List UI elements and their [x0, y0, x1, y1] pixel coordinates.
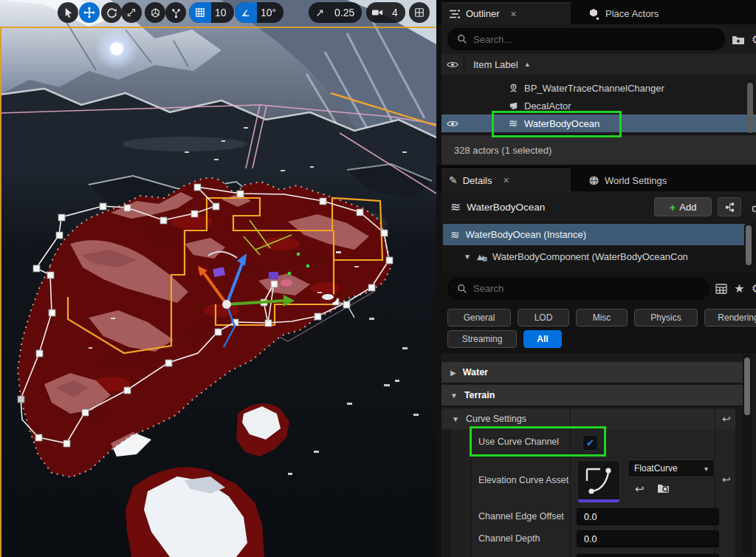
- browse-to-asset-button[interactable]: [657, 482, 671, 494]
- scale-tool-button[interactable]: [121, 2, 142, 23]
- use-curve-channel-label: Use Curve Channel: [478, 437, 559, 447]
- filter-all-active[interactable]: All: [523, 330, 562, 348]
- section-terrain[interactable]: ▼ Terrain: [441, 385, 749, 406]
- channel-edge-offset-label: Channel Edge Offset: [478, 511, 564, 522]
- viewport-layout-button[interactable]: [409, 2, 430, 23]
- component-row-instance[interactable]: ≋ WaterBodyOcean (Instance): [443, 224, 752, 245]
- favorites-button[interactable]: ★: [734, 281, 744, 295]
- expanded-arrow-icon[interactable]: ▼: [450, 392, 458, 400]
- tab-outliner-close-icon[interactable]: ×: [511, 8, 517, 20]
- use-selected-asset-button[interactable]: ↩: [635, 482, 645, 496]
- category-curve-settings[interactable]: ▼ Curve Settings ↩: [441, 409, 735, 430]
- rotate-tool-button[interactable]: [101, 2, 122, 23]
- properties-scrollbar-thumb[interactable]: [744, 358, 750, 415]
- actor-row-bp-watertrace[interactable]: BP_WaterTraceChannelChanger: [441, 79, 756, 97]
- filter-misc[interactable]: Misc: [576, 309, 628, 327]
- curve-asset-thumbnail[interactable]: [577, 460, 620, 503]
- asset-type-color-bar: [578, 499, 619, 502]
- component-scrollbar-track[interactable]: [744, 224, 753, 270]
- tab-world-settings[interactable]: World Settings: [581, 169, 674, 191]
- add-button-label: Add: [679, 202, 696, 213]
- sort-ascending-icon[interactable]: ▲: [524, 61, 531, 68]
- curve-settings-label: Curve Settings: [466, 414, 526, 424]
- snap-mode-button[interactable]: [165, 2, 186, 23]
- actor-row-decalactor[interactable]: DecalActor: [441, 97, 756, 115]
- filter-general[interactable]: General: [447, 309, 511, 327]
- new-folder-button[interactable]: [732, 34, 745, 45]
- component-scrollbar-thumb[interactable]: [746, 225, 752, 265]
- camera-speed-value: 4: [388, 7, 405, 18]
- component-icon: [476, 252, 487, 262]
- scale-icon: [126, 7, 137, 18]
- scale-snap-control[interactable]: ↗ 0.25: [309, 2, 362, 23]
- category-filters: General LOD Misc Physics Rendering Strea…: [441, 305, 756, 353]
- property-row-partial: [441, 550, 735, 557]
- component-tree: ≋ WaterBodyOcean (Instance) ▼ WaterBodyC…: [441, 222, 756, 272]
- tab-place-actors-label: Place Actors: [605, 8, 659, 19]
- lock-button[interactable]: [747, 201, 756, 213]
- item-label-header[interactable]: Item Label: [473, 59, 518, 70]
- partial-input[interactable]: [577, 554, 719, 557]
- outliner-scrollbar-thumb[interactable]: [747, 83, 753, 133]
- actor-row-waterbodyocean-selected[interactable]: ≋ WaterBodyOcean: [441, 115, 756, 132]
- camera-icon: [366, 2, 388, 23]
- elevation-curve-asset-label: Elevation Curve Asset: [478, 475, 568, 485]
- layout-grid-icon: [414, 7, 425, 18]
- add-component-button[interactable]: + Add: [654, 197, 712, 216]
- reset-icon[interactable]: ↩: [722, 474, 731, 485]
- details-settings-button[interactable]: ⚙: [752, 281, 756, 295]
- reset-icon[interactable]: ↩: [722, 413, 731, 425]
- section-water[interactable]: ▶ Water: [441, 362, 749, 383]
- angle-snap-control[interactable]: 10°: [235, 2, 284, 23]
- collapsed-arrow-icon[interactable]: ▶: [450, 369, 456, 377]
- filter-physics[interactable]: Physics: [634, 309, 698, 327]
- tab-details[interactable]: ✎ Details ×: [441, 168, 571, 191]
- details-search-input[interactable]: Search: [447, 278, 709, 300]
- select-tool-button[interactable]: [58, 2, 78, 23]
- actor-label: WaterBodyOcean: [524, 118, 599, 129]
- properties-scrollbar-track[interactable]: [743, 355, 752, 556]
- details-object-name: WaterBodyOcean: [467, 202, 648, 213]
- outliner-search-placeholder: Search...: [473, 34, 512, 45]
- component-row-label: WaterBodyComponent (WaterBodyOceanCon: [492, 251, 688, 262]
- viewport-toolbar: 10 10° ↗ 0.25 4: [0, 2, 436, 24]
- details-object-header: ≋ WaterBodyOcean + Add: [441, 191, 756, 222]
- visibility-column-icon[interactable]: [441, 54, 464, 75]
- property-row-use-curve-channel: Use Curve Channel ✔: [441, 429, 735, 457]
- filter-rendering[interactable]: Rendering: [704, 309, 756, 327]
- tab-world-settings-label: World Settings: [605, 175, 667, 186]
- decal-actor-icon: [506, 101, 520, 111]
- expanded-arrow-icon[interactable]: ▼: [452, 415, 459, 423]
- channel-edge-offset-input[interactable]: 0.0: [577, 508, 719, 525]
- component-row-waterbodycomponent[interactable]: ▼ WaterBodyComponent (WaterBodyOceanCon: [443, 247, 756, 267]
- filter-streaming[interactable]: Streaming: [447, 330, 517, 348]
- search-icon: [457, 284, 467, 294]
- grid-snap-control[interactable]: 10: [189, 2, 234, 23]
- property-row-elevation-curve-asset: Elevation Curve Asset FloatCurve ▾ ↩ ↩: [441, 456, 735, 507]
- visibility-eye-icon[interactable]: [441, 115, 464, 132]
- tab-details-close-icon[interactable]: ×: [503, 174, 509, 186]
- camera-speed-control[interactable]: 4: [366, 2, 405, 23]
- blueprint-actor-icon: [506, 83, 520, 93]
- use-curve-channel-checkbox[interactable]: ✔: [583, 435, 598, 451]
- outliner-search-input[interactable]: Search...: [447, 28, 725, 50]
- channel-depth-label: Channel Depth: [478, 533, 540, 544]
- tab-place-actors[interactable]: Place Actors: [581, 3, 666, 24]
- display-options-button[interactable]: [715, 284, 727, 294]
- channel-depth-input[interactable]: 0.0: [577, 530, 719, 547]
- tab-outliner-label: Outliner: [466, 8, 500, 19]
- expand-arrow-icon[interactable]: ▼: [464, 253, 471, 261]
- outliner-tree: BP_WaterTraceChannelChanger DecalActor ≋…: [441, 75, 756, 134]
- outliner-settings-button[interactable]: ⚙: [752, 33, 756, 47]
- curve-asset-type-dropdown[interactable]: FloatCurve ▾: [628, 459, 715, 477]
- tab-outliner[interactable]: Outliner ×: [441, 2, 571, 24]
- search-icon: [457, 34, 467, 44]
- outliner-column-header[interactable]: Item Label ▲: [441, 54, 756, 75]
- tab-details-label: Details: [463, 175, 492, 186]
- coordinate-space-button[interactable]: [145, 2, 165, 23]
- move-tool-button[interactable]: [79, 2, 100, 23]
- viewport-3d[interactable]: 10 10° ↗ 0.25 4: [0, 0, 436, 557]
- outliner-icon: [449, 9, 461, 19]
- edit-blueprint-button[interactable]: [718, 197, 741, 216]
- filter-lod[interactable]: LOD: [518, 309, 569, 327]
